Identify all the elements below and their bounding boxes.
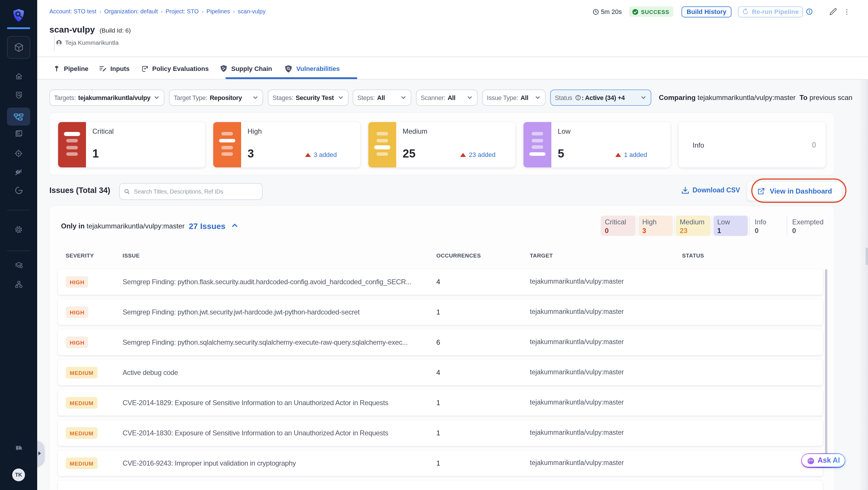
svg-text:?: ? [17,446,19,449]
